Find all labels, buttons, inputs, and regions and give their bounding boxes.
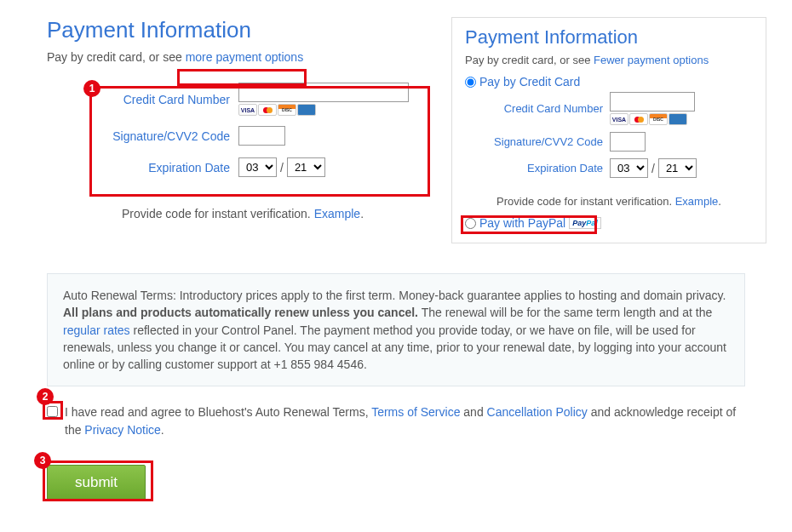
card-icons: VISA DISC [610,113,695,125]
mastercard-icon [258,104,277,116]
cvv-input[interactable] [610,132,646,152]
exp-year-select[interactable]: 21 [287,157,325,177]
cvv-label: Signature/CVV2 Code [47,129,238,143]
visa-icon: VISA [238,104,257,116]
pay-cc-label: Pay by Credit Card [479,75,580,89]
pay-paypal-radio[interactable] [465,218,476,229]
payment-form: Credit Card Number VISA DISC Signature/C… [47,72,439,177]
pay-paypal-label: Pay with PayPal [479,216,565,230]
amex-icon [669,113,687,125]
pay-cc-radio[interactable] [465,77,476,88]
page-title: Payment Information [47,17,439,43]
privacy-notice-link[interactable]: Privacy Notice [84,423,160,437]
verify-text: Provide code for instant verification. E… [47,207,439,220]
paypal-icon: PayPal [569,217,601,229]
cc-number-input[interactable] [238,83,409,102]
verify-text: Provide code for instant verification. E… [465,195,753,208]
card-icons: VISA DISC [238,104,409,116]
subtext: Pay by credit card, or see Fewer payment… [465,54,753,66]
amex-icon [297,104,316,116]
right-payment-panel: Payment Information Pay by credit card, … [451,17,766,243]
cc-number-input[interactable] [610,92,695,112]
exp-year-select[interactable]: 21 [658,158,697,178]
submit-button[interactable]: submit [47,465,146,501]
submit-section: submit 3 [47,465,745,501]
exp-label: Expiration Date [47,161,238,174]
left-payment-panel: Payment Information Pay by credit card, … [47,17,439,243]
discover-icon: DISC [649,113,668,125]
annotation-badge-2: 2 [37,388,54,405]
page-title: Payment Information [465,26,753,49]
visa-icon: VISA [610,113,628,125]
exp-label: Expiration Date [465,162,610,174]
agree-checkbox[interactable] [47,406,58,417]
cc-number-label: Credit Card Number [47,93,238,106]
tos-link[interactable]: Terms of Service [371,405,460,419]
subtext: Pay by credit card, or see more payment … [47,50,439,64]
cvv-label: Signature/CVV2 Code [465,135,610,148]
terms-section: Auto Renewal Terms: Introductory prices … [47,273,745,439]
cancellation-policy-link[interactable]: Cancellation Policy [487,405,588,419]
agree-row: I have read and agree to Bluehost's Auto… [47,403,745,439]
cc-number-label: Credit Card Number [465,102,610,115]
auto-renewal-terms: Auto Renewal Terms: Introductory prices … [47,273,745,386]
exp-month-select[interactable]: 03 [238,157,277,177]
cvv-input[interactable] [238,126,285,146]
more-payment-options-link[interactable]: more payment options [186,50,304,64]
mastercard-icon [629,113,648,125]
fewer-payment-options-link[interactable]: Fewer payment options [594,54,709,66]
annotation-badge-1: 1 [83,80,100,97]
regular-rates-link[interactable]: regular rates [63,323,130,337]
discover-icon: DISC [278,104,296,116]
exp-month-select[interactable]: 03 [610,158,648,178]
example-link[interactable]: Example [675,195,719,208]
example-link[interactable]: Example [314,207,360,220]
